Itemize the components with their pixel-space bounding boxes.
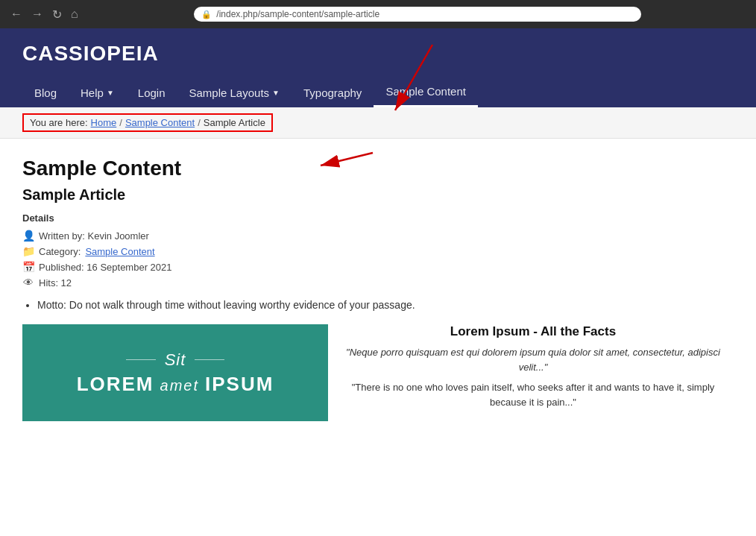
back-button[interactable]: ← — [7, 6, 25, 22]
hits-meta: 👁 Hits: 12 — [22, 277, 723, 289]
category-label: Category: — [39, 246, 81, 257]
nav-typography[interactable]: Typography — [292, 79, 374, 107]
lorem-sit-text: Sit — [126, 350, 225, 370]
breadcrumb-home-link[interactable]: Home — [91, 117, 117, 128]
site-nav: Blog Help ▼ Login Sample Layouts ▼ Typog… — [22, 78, 734, 107]
lorem-ipsum-text: LOREM amet IPSUM — [77, 373, 274, 396]
breadcrumb-sample-content-link[interactable]: Sample Content — [125, 117, 195, 128]
published-meta: 📅 Published: 16 September 2021 — [22, 261, 723, 273]
layouts-dropdown-arrow: ▼ — [272, 89, 280, 97]
breadcrumb-prefix: You are here: — [30, 117, 88, 128]
nav-sample-layouts[interactable]: Sample Layouts ▼ — [177, 79, 292, 107]
site-header: CASSIOPEIA Blog Help ▼ Login Sample Layo… — [0, 28, 756, 107]
user-icon: 👤 — [22, 230, 34, 242]
ipsum-text: IPSUM — [205, 373, 274, 396]
category-link[interactable]: Sample Content — [85, 246, 154, 257]
page-title: Sample Content — [22, 157, 723, 180]
breadcrumb-current: Sample Article — [204, 117, 265, 128]
url-text: /index.php/sample-content/sample-article — [216, 9, 379, 19]
ipsum-title: Lorem Ipsum - All the Facts — [343, 324, 723, 339]
calendar-icon: 📅 — [22, 261, 34, 273]
bullet-text: Motto: Do not walk through time without … — [37, 299, 415, 311]
author-meta: 👤 Written by: Kevin Joomler — [22, 230, 723, 242]
details-label: Details — [22, 212, 723, 224]
author-text: Written by: Kevin Joomler — [39, 230, 149, 242]
lorem-image: Sit LOREM amet IPSUM — [22, 324, 328, 421]
reload-button[interactable]: ↻ — [49, 6, 65, 23]
published-text: Published: 16 September 2021 — [39, 262, 172, 273]
article-list: Motto: Do not walk through time without … — [37, 299, 723, 311]
lock-icon: 🔒 — [201, 10, 212, 19]
browser-chrome: ← → ↻ ⌂ 🔒 /index.php/sample-content/samp… — [0, 0, 756, 28]
ipsum-text-section: Lorem Ipsum - All the Facts "Neque porro… — [343, 324, 723, 421]
help-dropdown-arrow: ▼ — [107, 89, 114, 97]
site-logo[interactable]: CASSIOPEIA — [22, 42, 734, 66]
home-button[interactable]: ⌂ — [68, 6, 81, 22]
breadcrumb-sep-2: / — [198, 117, 201, 128]
right-line — [195, 359, 224, 360]
breadcrumb-bar: You are here: Home / Sample Content / Sa… — [0, 107, 756, 139]
breadcrumb-sep-1: / — [119, 117, 122, 128]
article-title: Sample Article — [22, 186, 723, 204]
amet-text: amet — [160, 377, 199, 394]
sit-text: Sit — [165, 350, 186, 370]
nav-sample-content[interactable]: Sample Content — [374, 78, 478, 107]
address-bar[interactable]: 🔒 /index.php/sample-content/sample-artic… — [194, 7, 641, 22]
eye-icon: 👁 — [22, 277, 34, 289]
nav-blog[interactable]: Blog — [22, 79, 69, 107]
nav-login[interactable]: Login — [126, 79, 177, 107]
nav-help[interactable]: Help ▼ — [69, 79, 126, 107]
lorem-text: LOREM — [77, 373, 154, 396]
main-content: Sample Content Sample Article Details 👤 … — [0, 139, 746, 439]
list-item: Motto: Do not walk through time without … — [37, 299, 723, 311]
two-column-section: Sit LOREM amet IPSUM Lorem Ipsum - All t… — [22, 324, 723, 421]
category-meta: 📁 Category: Sample Content — [22, 245, 723, 257]
left-line — [126, 359, 156, 360]
hits-text: Hits: 12 — [39, 277, 72, 289]
nav-buttons: ← → ↻ ⌂ — [7, 6, 81, 23]
ipsum-quote-1: "Neque porro quisquam est qui dolorem ip… — [343, 345, 723, 374]
folder-icon: 📁 — [22, 245, 34, 257]
forward-button[interactable]: → — [28, 6, 46, 22]
breadcrumb: You are here: Home / Sample Content / Sa… — [22, 113, 273, 132]
ipsum-quote-2: "There is no one who loves pain itself, … — [343, 380, 723, 409]
